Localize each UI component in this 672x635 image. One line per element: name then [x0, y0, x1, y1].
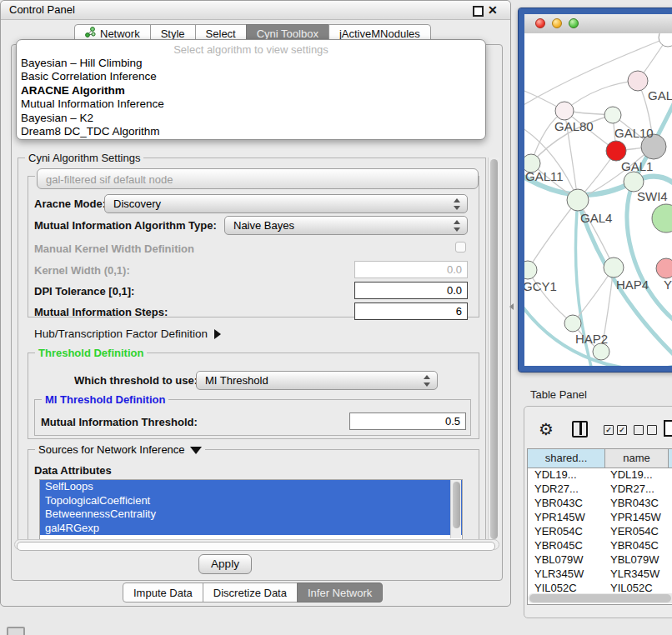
node-label: Y [664, 278, 672, 292]
cell-name: YLR345W [605, 567, 669, 581]
table-row[interactable]: YER054C YER054C 8. [528, 524, 672, 538]
kernel-width-field[interactable]: 0.0 [354, 261, 468, 278]
cell-name: YER054C [605, 524, 669, 538]
table-row[interactable]: YDL19... YDL19... 13 [528, 468, 672, 482]
table-row[interactable]: YBL079W YBL079W [528, 552, 672, 567]
node-gcy1[interactable] [524, 261, 537, 279]
column-header-name[interactable]: name [605, 449, 669, 468]
settings-horizontal-scrollbar[interactable] [14, 539, 499, 550]
cell-value: 9. [669, 538, 672, 552]
mi-threshold-label: Mutual Information Threshold: [41, 416, 198, 428]
table-row[interactable]: YBR045C YBR045C 9. [528, 538, 672, 552]
node-gal1[interactable] [606, 141, 626, 161]
table-row[interactable]: YIL052C YIL052C 8 [528, 581, 672, 594]
node-y[interactable] [656, 258, 672, 278]
control-panel-titlebar: Control Panel ✕ [1, 1, 510, 20]
cell-name: YBR045C [605, 538, 669, 552]
settings-hscroll-thumb[interactable] [17, 542, 495, 551]
cell-shared: YPR145W [528, 510, 605, 524]
tab-infer-network-label: Infer Network [308, 584, 372, 602]
aracne-mode-label: Aracne Mode: [34, 198, 106, 210]
algorithm-option[interactable]: Basic Correlation Inference [17, 70, 485, 83]
dpi-tolerance-field[interactable]: 0.0 [354, 282, 468, 299]
zoom-traffic-light[interactable] [569, 18, 579, 28]
mi-threshold-field[interactable]: 0.5 [349, 412, 466, 430]
table-row[interactable]: YPR145W YPR145W 9. [528, 510, 672, 524]
algorithm-option[interactable]: Bayesian – Hill Climbing [17, 57, 485, 70]
node-gal80[interactable] [555, 102, 574, 120]
data-attributes-list: SelfLoops TopologicalCoefficient Between… [39, 479, 463, 541]
close-icon[interactable]: ✕ [488, 2, 498, 18]
data-attributes-label: Data Attributes [34, 464, 112, 477]
table-panel-title: Table Panel [530, 388, 587, 401]
mi-type-combo[interactable]: Naive Bayes [224, 216, 468, 235]
aracne-mode-combo[interactable]: Discovery [104, 194, 468, 213]
table-settings-gear-icon[interactable]: ⚙ [539, 420, 554, 438]
column-header-shared-name[interactable]: shared... [528, 449, 605, 468]
checked-box-icon: ✓ [604, 425, 614, 435]
unchecked-box-icon [634, 425, 644, 435]
node[interactable] [659, 33, 672, 47]
tab-infer-network[interactable]: Infer Network [297, 582, 383, 602]
node[interactable] [652, 204, 672, 232]
dpi-tolerance-label: DPI Tolerance [0,1]: [34, 285, 134, 298]
manual-kernel-checkbox[interactable] [455, 242, 466, 252]
hub-definition-disclosure[interactable]: Hub/Transcription Factor Definition [34, 328, 221, 340]
network-source-combo[interactable]: gal-filtered sif default node [37, 168, 479, 189]
combo-spinner-icon [424, 375, 430, 387]
node-label: GAL [648, 88, 672, 102]
table-row[interactable]: YBR043C YBR043C [528, 496, 672, 510]
attribute-item[interactable]: gal4RGexp [40, 522, 462, 536]
algorithm-option[interactable]: Mutual Information Inference [17, 98, 485, 111]
table-hscroll-thumb[interactable] [529, 594, 671, 602]
node-hap2[interactable] [564, 315, 581, 332]
cell-value: 8 [669, 581, 672, 594]
mi-steps-field[interactable]: 6 [354, 302, 468, 320]
table-horizontal-scrollbar[interactable] [528, 593, 672, 603]
table-row[interactable]: YLR345W YLR345W 9. [528, 567, 672, 581]
which-threshold-value: MI Threshold [205, 372, 268, 389]
tab-impute-data-label: Impute Data [133, 584, 193, 602]
node-gal4[interactable] [567, 189, 589, 211]
float-window-icon[interactable] [473, 6, 484, 17]
panel-divider-arrow[interactable] [509, 303, 514, 310]
checked-box-icon: ✓ [617, 425, 627, 435]
attributes-vertical-scrollbar[interactable] [450, 480, 461, 538]
tab-impute-data[interactable]: Impute Data [123, 582, 203, 602]
apply-button[interactable]: Apply [198, 554, 252, 574]
network-graph: GAL GAL80 GAL10 GAL1 GAL11 SWI4 GAL4 GCY… [524, 33, 672, 366]
threshold-definition-title: Threshold Definition [35, 347, 147, 359]
collapsed-panel-icon[interactable] [7, 627, 25, 635]
minimize-traffic-light[interactable] [552, 18, 562, 28]
network-canvas[interactable]: GAL GAL80 GAL10 GAL1 GAL11 SWI4 GAL4 GCY… [524, 33, 672, 366]
sources-group-title[interactable]: Sources for Network Inference [35, 443, 205, 456]
which-threshold-combo[interactable]: MI Threshold [196, 371, 438, 390]
cell-name: YIL052C [605, 581, 669, 594]
node-hap4[interactable] [604, 258, 624, 278]
close-traffic-light[interactable] [535, 18, 545, 28]
settings-vertical-scrollbar[interactable] [488, 158, 499, 542]
attributes-vscroll-thumb[interactable] [453, 482, 460, 528]
algorithm-option[interactable]: Dream8 DC_TDC Algorithm [17, 125, 485, 138]
node-label: SWI4 [637, 189, 668, 203]
document-icon[interactable] [664, 420, 672, 437]
attribute-item[interactable]: SelfLoops [40, 480, 462, 494]
table-row[interactable]: YDR27... YDR27... 12 [528, 482, 672, 496]
node-gal[interactable] [628, 71, 648, 91]
columns-icon[interactable] [572, 421, 588, 438]
attribute-item[interactable]: TopologicalCoefficient [40, 494, 462, 508]
tab-discretize-data[interactable]: Discretize Data [203, 582, 298, 602]
select-all-checks-icon[interactable]: ✓✓ [604, 425, 630, 440]
settings-vscroll-thumb[interactable] [490, 159, 498, 539]
cell-name: YDR27... [605, 482, 669, 496]
cell-value [669, 552, 672, 567]
column-header-partial[interactable]: A [669, 449, 672, 468]
attribute-item[interactable]: BetweennessCentrality [40, 508, 462, 522]
node-gal10[interactable] [604, 107, 621, 123]
cell-value [669, 496, 672, 510]
algorithm-option[interactable]: Bayesian – K2 [17, 112, 485, 125]
deselect-all-checks-icon[interactable] [634, 425, 660, 440]
algorithm-option-selected[interactable]: ARACNE Algorithm [17, 84, 485, 98]
node[interactable] [593, 343, 609, 360]
control-panel-window: Control Panel ✕ Network Style Se [0, 0, 511, 607]
